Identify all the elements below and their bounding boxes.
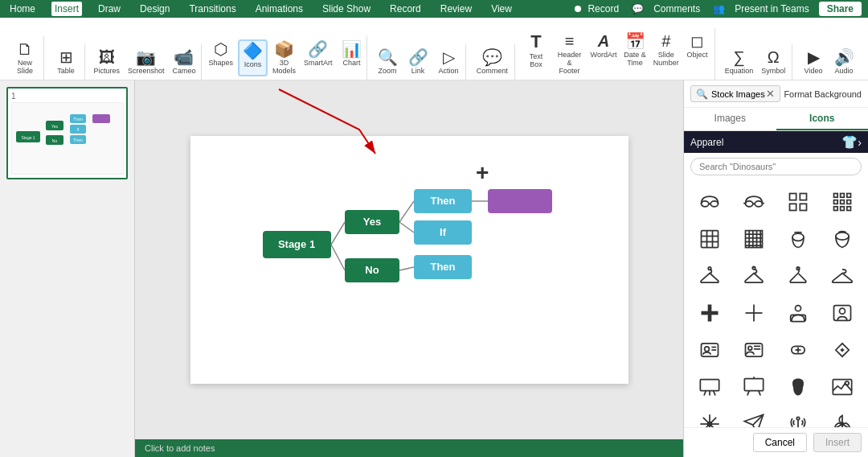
comments-label: Comments (650, 2, 703, 16)
comments-button[interactable]: 💬 Comments (628, 2, 703, 16)
object-button[interactable]: ◻ Object (682, 31, 711, 76)
cancel-button[interactable]: Cancel (753, 433, 807, 452)
slide-number-label: SlideNumber (653, 51, 679, 67)
svg-line-40 (743, 203, 745, 204)
tab-icons[interactable]: Icons (776, 108, 869, 130)
action-label: Action (438, 67, 458, 75)
main-area: + Stage 1 Yes No Then If (135, 80, 683, 457)
format-background-button[interactable]: Format Background (784, 89, 862, 99)
menu-home[interactable]: Home (6, 2, 39, 16)
category-next-button[interactable]: › (858, 136, 862, 149)
icon-cell-plus-bold[interactable] (689, 296, 730, 330)
stock-images-input[interactable] (711, 89, 766, 99)
textbox-button[interactable]: T TextBox (522, 31, 551, 76)
icon-cell-person-card1[interactable] (689, 333, 730, 367)
icon-cell-acorn1[interactable] (778, 222, 819, 256)
icon-cell-mesh1[interactable] (689, 222, 730, 256)
svg-rect-54 (847, 207, 851, 211)
comment-button[interactable]: 💬 Comment (473, 47, 511, 76)
menu-record[interactable]: Record (387, 2, 424, 16)
category-bar: Apparel 👕 › (684, 131, 868, 153)
icon-cell-billboard2[interactable] (733, 370, 774, 404)
equation-button[interactable]: ∑ Equation (722, 47, 757, 76)
svg-line-29 (331, 245, 345, 270)
slide-canvas[interactable]: + Stage 1 Yes No Then If (135, 80, 683, 439)
icon-cell-grid1[interactable] (778, 185, 819, 219)
link-button[interactable]: 🔗 Link (403, 47, 432, 76)
audio-button[interactable]: 🔊 Audio (829, 47, 858, 76)
icon-cell-plane[interactable] (733, 407, 774, 427)
share-button[interactable]: Share (819, 2, 862, 16)
record-button[interactable]: Record (575, 2, 622, 16)
icon-cell-bandage2[interactable] (822, 333, 863, 367)
table-button[interactable]: ⊞ Table (51, 47, 80, 76)
icon-cell-acorn2[interactable] (822, 222, 863, 256)
video-button[interactable]: ▶ Video (799, 47, 828, 76)
icon-cell-person-id[interactable] (822, 296, 863, 330)
comment-label: Comment (477, 67, 508, 75)
click-to-add-notes[interactable]: Click to add notes (145, 443, 215, 453)
header-footer-button[interactable]: ≡ Header &Footer (552, 31, 587, 76)
new-slide-button[interactable]: 🗋 NewSlide (10, 39, 39, 76)
menu-insert[interactable]: Insert (51, 2, 82, 16)
equation-icon: ∑ (733, 49, 744, 65)
icons-button[interactable]: 🔷 Icons (238, 39, 268, 76)
menu-view[interactable]: View (488, 2, 515, 16)
icon-cell-hanger2[interactable] (733, 259, 774, 293)
icon-search-input[interactable] (690, 158, 862, 175)
icon-cell-antenna[interactable] (778, 407, 819, 427)
icon-cell-landscape[interactable] (822, 370, 863, 404)
stock-images-search-box[interactable]: 🔍 ✕ (690, 85, 780, 102)
icon-cell-windmill[interactable] (822, 407, 863, 427)
icon-cell-plus-thin[interactable] (733, 296, 774, 330)
shapes-button[interactable]: ⬡ Shapes (205, 39, 236, 76)
menu-review[interactable]: Review (437, 2, 475, 16)
screenshot-button[interactable]: 📷 Screenshot (125, 47, 168, 76)
svg-text:Then: Then (73, 138, 83, 142)
date-time-button[interactable]: 📅 Date &Time (620, 31, 649, 76)
zoom-button[interactable]: 🔍 Zoom (373, 47, 402, 76)
wordart-button[interactable]: A WordArt (588, 31, 619, 76)
icon-cell-grid2[interactable] (822, 185, 863, 219)
menu-design[interactable]: Design (137, 2, 173, 16)
menu-slideshow[interactable]: Slide Show (319, 2, 374, 16)
symbols-row: ∑ Equation Ω Symbol (722, 47, 789, 76)
icon-cell-mesh2[interactable] (733, 222, 774, 256)
present-button[interactable]: 👥 Present in Teams (710, 2, 813, 16)
present-label: Present in Teams (731, 2, 813, 16)
svg-rect-101 (744, 379, 763, 391)
menu-draw[interactable]: Draw (95, 2, 124, 16)
icon-cell-glasses1[interactable] (689, 185, 730, 219)
slide-thumbnail-1[interactable]: 1 Stage 1 Yes No Then If Then (6, 87, 128, 179)
3d-models-button[interactable]: 📦 3DModels (269, 39, 299, 76)
tab-images[interactable]: Images (684, 108, 776, 130)
action-button[interactable]: ▷ Action (434, 47, 463, 76)
chart-button[interactable]: 📊 Chart (337, 39, 366, 76)
icon-cell-bandage1[interactable] (778, 333, 819, 367)
slide-number-button[interactable]: # SlideNumber (651, 31, 681, 76)
clear-search-button[interactable]: ✕ (766, 88, 775, 100)
symbol-button[interactable]: Ω Symbol (758, 47, 788, 76)
table-icon: ⊞ (59, 49, 73, 65)
icon-cell-hanger4[interactable] (822, 259, 863, 293)
svg-line-41 (762, 203, 764, 204)
icon-cell-hanger1[interactable] (689, 259, 730, 293)
icon-cell-person-front[interactable] (778, 296, 819, 330)
icon-cell-glasses2[interactable] (733, 185, 774, 219)
images-row: 🖼 Pictures 📷 Screenshot 📹 Cameo (90, 47, 199, 76)
icon-cell-africa-map[interactable] (778, 370, 819, 404)
icon-cell-hanger3[interactable] (778, 259, 819, 293)
wordart-icon: A (598, 33, 609, 49)
icon-cell-person-card2[interactable] (733, 333, 774, 367)
cameo-button[interactable]: 📹 Cameo (169, 47, 199, 76)
menu-animations[interactable]: Animations (252, 2, 306, 16)
menu-transitions[interactable]: Transitions (186, 2, 239, 16)
svg-text:No: No (52, 138, 58, 143)
svg-point-71 (836, 233, 849, 240)
icon-cell-snowflake1[interactable] (689, 407, 730, 427)
icon-cell-billboard1[interactable] (689, 370, 730, 404)
pictures-button[interactable]: 🖼 Pictures (90, 47, 123, 76)
insert-button[interactable]: Insert (813, 433, 862, 452)
smartart-button[interactable]: 🔗 SmartArt (301, 39, 336, 76)
svg-line-31 (399, 222, 414, 233)
